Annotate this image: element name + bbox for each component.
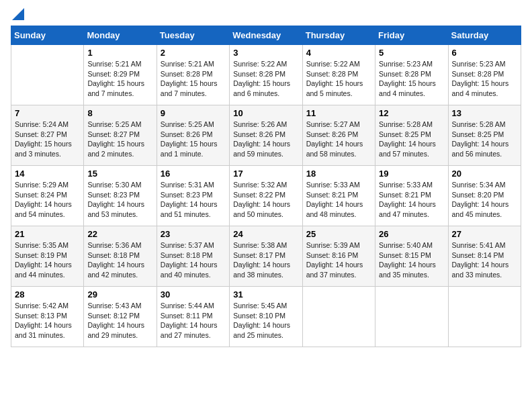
calendar-cell: 30Sunrise: 5:44 AM Sunset: 8:11 PM Dayli…: [157, 287, 229, 347]
day-number: 24: [233, 229, 298, 239]
day-number: 12: [379, 108, 444, 118]
cell-info: Sunrise: 5:33 AM Sunset: 8:21 PM Dayligh…: [379, 180, 444, 220]
day-number: 7: [15, 108, 80, 118]
cell-info: Sunrise: 5:38 AM Sunset: 8:17 PM Dayligh…: [233, 240, 298, 280]
page-header: [11, 11, 521, 20]
cell-info: Sunrise: 5:21 AM Sunset: 8:28 PM Dayligh…: [161, 59, 226, 99]
svg-marker-0: [12, 8, 24, 20]
day-number: 22: [87, 229, 152, 239]
cell-info: Sunrise: 5:35 AM Sunset: 8:19 PM Dayligh…: [15, 240, 80, 280]
calendar-cell: 8Sunrise: 5:25 AM Sunset: 8:27 PM Daylig…: [84, 105, 157, 166]
cell-info: Sunrise: 5:23 AM Sunset: 8:28 PM Dayligh…: [379, 59, 444, 99]
day-number: 13: [452, 108, 517, 118]
header-cell-friday: Friday: [375, 26, 448, 45]
cell-info: Sunrise: 5:32 AM Sunset: 8:22 PM Dayligh…: [233, 180, 298, 220]
cell-info: Sunrise: 5:28 AM Sunset: 8:25 PM Dayligh…: [379, 120, 444, 159]
day-number: 5: [379, 48, 444, 58]
calendar-cell: 5Sunrise: 5:23 AM Sunset: 8:28 PM Daylig…: [375, 45, 448, 105]
cell-info: Sunrise: 5:36 AM Sunset: 8:18 PM Dayligh…: [87, 240, 152, 280]
day-number: 15: [87, 169, 152, 179]
day-number: 31: [233, 289, 298, 300]
calendar-cell: 21Sunrise: 5:35 AM Sunset: 8:19 PM Dayli…: [11, 226, 84, 287]
calendar-cell: 26Sunrise: 5:40 AM Sunset: 8:15 PM Dayli…: [375, 226, 448, 287]
day-number: 30: [161, 289, 226, 300]
calendar-cell: 4Sunrise: 5:22 AM Sunset: 8:28 PM Daylig…: [302, 45, 375, 105]
calendar-cell: 20Sunrise: 5:34 AM Sunset: 8:20 PM Dayli…: [448, 166, 521, 226]
cell-info: Sunrise: 5:40 AM Sunset: 8:15 PM Dayligh…: [379, 240, 444, 280]
calendar-cell: 3Sunrise: 5:22 AM Sunset: 8:28 PM Daylig…: [230, 45, 302, 105]
calendar-cell: 19Sunrise: 5:33 AM Sunset: 8:21 PM Dayli…: [375, 166, 448, 226]
calendar-cell: 12Sunrise: 5:28 AM Sunset: 8:25 PM Dayli…: [375, 105, 448, 166]
calendar-cell: [448, 287, 521, 347]
day-number: 1: [87, 48, 152, 58]
header-cell-tuesday: Tuesday: [157, 26, 229, 45]
cell-info: Sunrise: 5:45 AM Sunset: 8:10 PM Dayligh…: [233, 301, 298, 340]
calendar-cell: 16Sunrise: 5:31 AM Sunset: 8:23 PM Dayli…: [157, 166, 229, 226]
calendar-cell: 29Sunrise: 5:43 AM Sunset: 8:12 PM Dayli…: [84, 287, 157, 347]
cell-info: Sunrise: 5:28 AM Sunset: 8:25 PM Dayligh…: [452, 120, 517, 159]
day-number: 20: [452, 169, 517, 179]
header-cell-monday: Monday: [84, 26, 157, 45]
day-number: 8: [87, 108, 152, 118]
day-number: 27: [452, 229, 517, 239]
cell-info: Sunrise: 5:23 AM Sunset: 8:28 PM Dayligh…: [452, 59, 517, 99]
calendar-cell: 6Sunrise: 5:23 AM Sunset: 8:28 PM Daylig…: [448, 45, 521, 105]
header-cell-thursday: Thursday: [302, 26, 375, 45]
header-cell-saturday: Saturday: [448, 26, 521, 45]
day-number: 28: [15, 289, 80, 300]
logo: [11, 11, 24, 20]
cell-info: Sunrise: 5:42 AM Sunset: 8:13 PM Dayligh…: [15, 301, 80, 340]
cell-info: Sunrise: 5:33 AM Sunset: 8:21 PM Dayligh…: [306, 180, 371, 220]
day-number: 6: [452, 48, 517, 58]
cell-info: Sunrise: 5:44 AM Sunset: 8:11 PM Dayligh…: [161, 301, 226, 340]
day-number: 16: [161, 169, 226, 179]
calendar-cell: 11Sunrise: 5:27 AM Sunset: 8:26 PM Dayli…: [302, 105, 375, 166]
calendar-cell: 13Sunrise: 5:28 AM Sunset: 8:25 PM Dayli…: [448, 105, 521, 166]
logo-icon: [12, 8, 24, 20]
day-number: 2: [161, 48, 226, 58]
week-row-4: 28Sunrise: 5:42 AM Sunset: 8:13 PM Dayli…: [11, 287, 521, 347]
header-row: SundayMondayTuesdayWednesdayThursdayFrid…: [11, 26, 521, 45]
day-number: 29: [87, 289, 152, 300]
week-row-1: 7Sunrise: 5:24 AM Sunset: 8:27 PM Daylig…: [11, 105, 521, 166]
cell-info: Sunrise: 5:26 AM Sunset: 8:26 PM Dayligh…: [233, 120, 298, 159]
calendar-cell: 25Sunrise: 5:39 AM Sunset: 8:16 PM Dayli…: [302, 226, 375, 287]
week-row-2: 14Sunrise: 5:29 AM Sunset: 8:24 PM Dayli…: [11, 166, 521, 226]
cell-info: Sunrise: 5:22 AM Sunset: 8:28 PM Dayligh…: [233, 59, 298, 99]
calendar-cell: 28Sunrise: 5:42 AM Sunset: 8:13 PM Dayli…: [11, 287, 84, 347]
cell-info: Sunrise: 5:21 AM Sunset: 8:29 PM Dayligh…: [87, 59, 152, 99]
calendar-cell: 18Sunrise: 5:33 AM Sunset: 8:21 PM Dayli…: [302, 166, 375, 226]
calendar-cell: 14Sunrise: 5:29 AM Sunset: 8:24 PM Dayli…: [11, 166, 84, 226]
calendar-cell: 22Sunrise: 5:36 AM Sunset: 8:18 PM Dayli…: [84, 226, 157, 287]
day-number: 25: [306, 229, 371, 239]
header-cell-wednesday: Wednesday: [230, 26, 302, 45]
day-number: 26: [379, 229, 444, 239]
calendar-cell: 17Sunrise: 5:32 AM Sunset: 8:22 PM Dayli…: [230, 166, 302, 226]
day-number: 9: [161, 108, 226, 118]
day-number: 18: [306, 169, 371, 179]
week-row-0: 1Sunrise: 5:21 AM Sunset: 8:29 PM Daylig…: [11, 45, 521, 105]
calendar-cell: 7Sunrise: 5:24 AM Sunset: 8:27 PM Daylig…: [11, 105, 84, 166]
calendar-cell: 2Sunrise: 5:21 AM Sunset: 8:28 PM Daylig…: [157, 45, 229, 105]
cell-info: Sunrise: 5:34 AM Sunset: 8:20 PM Dayligh…: [452, 180, 517, 220]
calendar-cell: [302, 287, 375, 347]
calendar-cell: 10Sunrise: 5:26 AM Sunset: 8:26 PM Dayli…: [230, 105, 302, 166]
calendar-header: SundayMondayTuesdayWednesdayThursdayFrid…: [11, 26, 521, 45]
cell-info: Sunrise: 5:31 AM Sunset: 8:23 PM Dayligh…: [161, 180, 226, 220]
cell-info: Sunrise: 5:29 AM Sunset: 8:24 PM Dayligh…: [15, 180, 80, 220]
day-number: 19: [379, 169, 444, 179]
cell-info: Sunrise: 5:39 AM Sunset: 8:16 PM Dayligh…: [306, 240, 371, 280]
cell-info: Sunrise: 5:27 AM Sunset: 8:26 PM Dayligh…: [306, 120, 371, 159]
calendar-body: 1Sunrise: 5:21 AM Sunset: 8:29 PM Daylig…: [11, 45, 521, 347]
cell-info: Sunrise: 5:30 AM Sunset: 8:23 PM Dayligh…: [87, 180, 152, 220]
cell-info: Sunrise: 5:43 AM Sunset: 8:12 PM Dayligh…: [87, 301, 152, 340]
calendar-cell: 15Sunrise: 5:30 AM Sunset: 8:23 PM Dayli…: [84, 166, 157, 226]
calendar-table: SundayMondayTuesdayWednesdayThursdayFrid…: [11, 26, 521, 347]
day-number: 23: [161, 229, 226, 239]
calendar-cell: 1Sunrise: 5:21 AM Sunset: 8:29 PM Daylig…: [84, 45, 157, 105]
calendar-cell: 27Sunrise: 5:41 AM Sunset: 8:14 PM Dayli…: [448, 226, 521, 287]
calendar-cell: 31Sunrise: 5:45 AM Sunset: 8:10 PM Dayli…: [230, 287, 302, 347]
day-number: 14: [15, 169, 80, 179]
header-cell-sunday: Sunday: [11, 26, 84, 45]
cell-info: Sunrise: 5:37 AM Sunset: 8:18 PM Dayligh…: [161, 240, 226, 280]
